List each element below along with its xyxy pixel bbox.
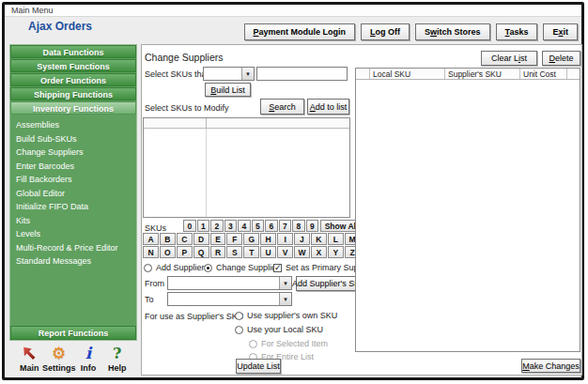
help-button[interactable]: ? Help (102, 344, 132, 379)
sku-key[interactable]: Y (328, 246, 344, 258)
sku-digit-keys: 0123456789 (183, 220, 318, 232)
sku-key[interactable]: I (277, 233, 293, 245)
chevron-down-icon[interactable]: ▼ (279, 277, 291, 289)
top-button-bar: Payment Module Login Log Off Switch Stor… (244, 23, 578, 40)
use-your-local-sku-radio[interactable]: Use your Local SKU (235, 325, 323, 334)
search-button[interactable]: Search (260, 99, 304, 115)
column-header-suppliers-sku[interactable]: Supplier's SKU (445, 69, 520, 79)
settings-button-label: Settings (42, 363, 76, 373)
column-header-unit-cost[interactable]: Unit Cost (520, 69, 567, 79)
make-changes-button[interactable]: Make Changes (521, 359, 580, 373)
sidebar-section-data-functions[interactable]: Data Functions (10, 45, 136, 58)
sidebar-item[interactable]: Fill Backorders (10, 173, 136, 187)
footer-icon-bar: Main ⚙ Settings i Info ? Help (9, 344, 137, 379)
radio-icon[interactable] (235, 326, 243, 334)
column-header-local-sku[interactable]: Local SKU (370, 69, 445, 79)
sidebar-section-inventory-functions[interactable]: Inventory Functions (10, 101, 136, 115)
radio-icon[interactable] (204, 264, 212, 272)
sku-key[interactable]: R (210, 246, 226, 258)
chevron-down-icon[interactable]: ▼ (279, 293, 291, 305)
sku-key[interactable]: 7 (279, 220, 292, 232)
sidebar-item[interactable]: Global Editor (10, 187, 136, 201)
skus-to-modify-list[interactable] (143, 117, 350, 218)
log-off-button[interactable]: Log Off (361, 23, 410, 40)
add-to-list-button[interactable]: Add to list (307, 99, 349, 115)
sku-key[interactable]: B (160, 233, 176, 245)
sku-key[interactable]: U (260, 246, 276, 258)
sku-key[interactable]: 8 (292, 220, 305, 232)
sidebar-section-system-functions[interactable]: System Functions (10, 59, 136, 72)
sidebar-item[interactable]: Assemblies (10, 118, 136, 132)
sku-key[interactable]: D (193, 233, 209, 245)
sku-key[interactable]: 0 (183, 220, 196, 232)
delete-button[interactable]: Delete (542, 51, 580, 66)
sku-key[interactable]: W (294, 246, 310, 258)
sku-key[interactable]: 5 (252, 220, 265, 232)
update-list-button[interactable]: Update List (236, 359, 281, 374)
clear-list-button[interactable]: Clear List (481, 51, 537, 66)
sidebar-item[interactable]: Change Suppliers (10, 146, 136, 160)
sidebar-item[interactable]: Kits (10, 214, 136, 228)
sidebar-item[interactable]: Standard Messages (10, 254, 136, 269)
window-title: Main Menu (11, 6, 54, 15)
sku-key[interactable]: N (143, 246, 159, 258)
sku-key[interactable]: A (143, 233, 159, 245)
sidebar-item[interactable]: Levels (10, 227, 136, 241)
supplier-sku-table[interactable]: Local SKU Supplier's SKU Unit Cost (355, 68, 580, 352)
sku-key[interactable]: S (226, 246, 242, 258)
settings-button[interactable]: ⚙ Settings (44, 344, 74, 379)
sku-key[interactable]: F (226, 233, 242, 245)
sidebar-item[interactable]: Multi-Record & Price Editor (10, 241, 136, 255)
from-supplier-dropdown[interactable]: ▼ (167, 276, 292, 290)
sku-key[interactable]: X (311, 246, 327, 258)
sku-condition-input[interactable] (256, 67, 348, 81)
main-button[interactable]: Main (15, 344, 44, 379)
sku-key[interactable]: P (177, 246, 193, 258)
sku-key[interactable]: 9 (306, 220, 319, 232)
sku-key[interactable]: H (260, 233, 276, 245)
switch-stores-button[interactable]: Switch Stores (415, 23, 490, 40)
sidebar-item[interactable]: Initialize FIFO Data (10, 200, 136, 214)
sku-key[interactable]: L (328, 233, 344, 245)
sidebar-item[interactable]: Enter Barcodes (10, 160, 136, 174)
sku-key[interactable]: O (160, 246, 176, 258)
sku-key[interactable]: G (243, 233, 259, 245)
sku-key[interactable]: 4 (238, 220, 251, 232)
sidebar-section-order-functions[interactable]: Order Functions (10, 73, 136, 86)
radio-icon[interactable] (144, 264, 152, 272)
exit-button[interactable]: Exit (543, 23, 578, 40)
sidebar-section-shipping-functions[interactable]: Shipping Functions (10, 87, 136, 100)
question-mark-icon: ? (113, 344, 121, 362)
sku-condition-dropdown[interactable]: ▼ (203, 67, 255, 81)
change-supplier-radio[interactable]: Change Supplier (204, 263, 279, 272)
sku-key[interactable]: 6 (265, 220, 278, 232)
sku-key[interactable]: 1 (197, 220, 210, 232)
up-left-arrow-icon (22, 344, 38, 362)
use-suppliers-own-sku-radio[interactable]: Use supplier's own SKU (235, 311, 337, 320)
checkbox-icon[interactable] (273, 264, 282, 272)
sidebar-item[interactable]: Build Sub-SKUs (10, 132, 136, 146)
sku-key[interactable]: Q (193, 246, 209, 258)
sku-key[interactable]: T (243, 246, 259, 258)
sku-key[interactable]: E (210, 233, 226, 245)
tasks-button[interactable]: Tasks (496, 23, 538, 40)
sidebar-section-report-functions[interactable]: Report Functions (10, 326, 136, 340)
sku-key[interactable]: 2 (210, 220, 224, 232)
chevron-down-icon[interactable]: ▼ (241, 68, 254, 80)
sku-key[interactable]: V (277, 246, 293, 258)
to-supplier-dropdown[interactable]: ▼ (167, 292, 292, 306)
sku-key[interactable]: K (311, 233, 327, 245)
sku-key[interactable]: C (177, 233, 193, 245)
supplier-sku-table-header: Local SKU Supplier's SKU Unit Cost (356, 69, 580, 80)
build-list-button[interactable]: Build List (205, 83, 251, 97)
payment-module-login-button[interactable]: Payment Module Login (244, 23, 356, 40)
radio-icon[interactable] (235, 312, 243, 320)
sku-key[interactable]: J (294, 233, 310, 245)
info-button[interactable]: i Info (74, 344, 103, 379)
sku-key[interactable]: 3 (224, 220, 238, 232)
add-supplier-radio[interactable]: Add Supplier (144, 263, 205, 272)
window-titlebar[interactable]: Main Menu (5, 5, 581, 17)
column-header-blank-end[interactable] (567, 69, 580, 79)
to-label: To (145, 295, 154, 304)
column-header-blank[interactable] (356, 69, 370, 79)
